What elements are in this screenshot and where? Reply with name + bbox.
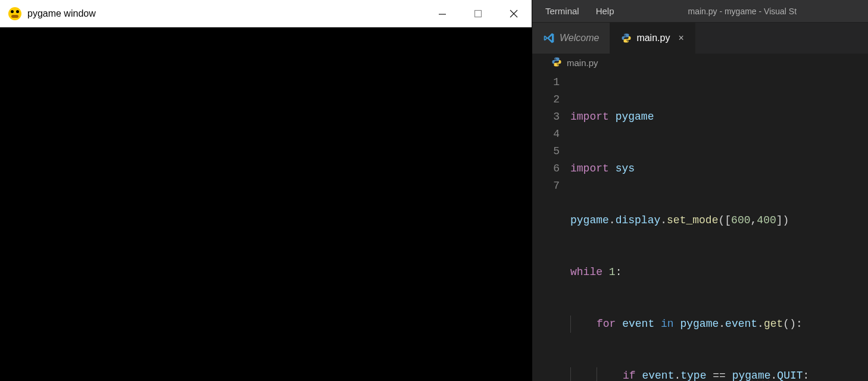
code-line: import pygame (570, 108, 868, 126)
line-number: 7 (532, 177, 560, 195)
vscode-logo-icon (543, 32, 555, 44)
vscode-window: Terminal Help main.py - mygame - Visual … (532, 0, 868, 381)
maximize-button[interactable] (460, 0, 496, 27)
python-file-icon (621, 33, 632, 43)
line-gutter: 1 2 3 4 5 6 7 (532, 70, 570, 381)
code-line: for event in pygame.event.get(): (570, 316, 868, 333)
minimize-button[interactable] (424, 0, 460, 27)
menu-help[interactable]: Help (588, 1, 623, 21)
vscode-title-text: main.py - mygame - Visual St (623, 7, 868, 16)
pygame-app-window: pygame window (0, 0, 532, 381)
code-line: pygame.display.set_mode([600,400]) (570, 212, 868, 229)
pygame-title-text: pygame window (27, 8, 96, 19)
pygame-titlebar[interactable]: pygame window (0, 0, 532, 27)
tab-main-py[interactable]: main.py × (610, 23, 695, 54)
code-line: if event.type == pygame.QUIT: (570, 367, 868, 381)
line-number: 1 (532, 74, 560, 91)
code-area[interactable]: import pygame import sys pygame.display.… (570, 70, 868, 381)
python-file-icon (551, 57, 562, 69)
svg-rect-1 (475, 10, 482, 17)
code-line: while 1: (570, 264, 868, 281)
vscode-titlebar[interactable]: Terminal Help main.py - mygame - Visual … (532, 0, 868, 23)
line-number: 2 (532, 91, 560, 108)
code-line: import sys (570, 160, 868, 177)
pygame-canvas[interactable] (0, 27, 532, 381)
line-number: 5 (532, 143, 560, 160)
menu-terminal[interactable]: Terminal (537, 1, 588, 21)
vscode-tabs: Welcome main.py × (532, 23, 868, 54)
vscode-editor[interactable]: 1 2 3 4 5 6 7 import pygame import sys p… (532, 70, 868, 381)
line-number: 4 (532, 126, 560, 143)
tab-main-py-label: main.py (636, 33, 670, 43)
line-number: 6 (532, 160, 560, 177)
tab-welcome[interactable]: Welcome (532, 23, 610, 54)
minimize-icon (438, 10, 447, 18)
pygame-snake-icon (8, 7, 21, 20)
maximize-icon (474, 10, 482, 18)
close-icon (510, 10, 518, 18)
tab-welcome-label: Welcome (560, 33, 599, 43)
close-button[interactable] (496, 0, 532, 27)
line-number: 3 (532, 108, 560, 126)
tab-close-button[interactable]: × (678, 33, 683, 43)
vscode-menu: Terminal Help (532, 1, 623, 21)
breadcrumb-label: main.py (567, 58, 598, 68)
vscode-breadcrumb[interactable]: main.py (532, 54, 868, 70)
